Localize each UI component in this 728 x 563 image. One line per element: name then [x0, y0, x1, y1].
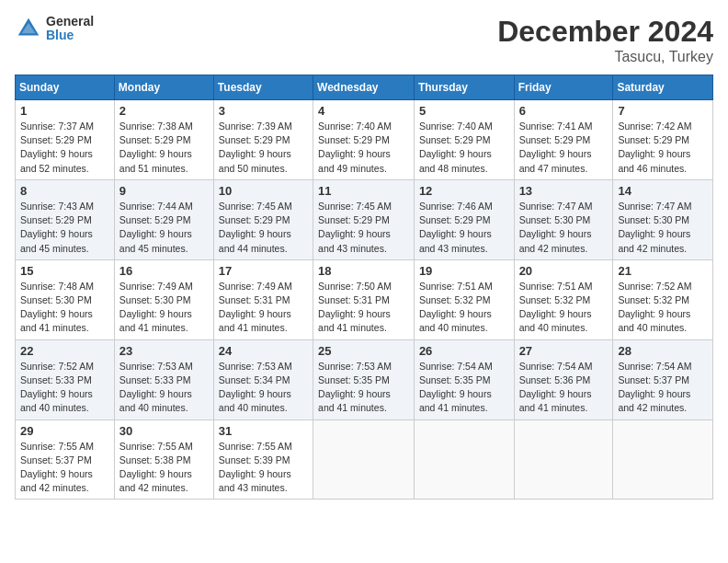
calendar-cell: 10Sunrise: 7:45 AMSunset: 5:29 PMDayligh… — [213, 179, 313, 259]
day-number: 9 — [119, 184, 209, 198]
day-number: 8 — [20, 184, 109, 198]
calendar-cell: 16Sunrise: 7:49 AMSunset: 5:30 PMDayligh… — [114, 259, 213, 339]
day-number: 11 — [318, 184, 409, 198]
day-info: Sunrise: 7:44 AMSunset: 5:29 PMDaylight:… — [119, 200, 209, 256]
day-number: 30 — [119, 424, 209, 438]
calendar-cell: 11Sunrise: 7:45 AMSunset: 5:29 PMDayligh… — [313, 179, 415, 259]
calendar-cell: 25Sunrise: 7:53 AMSunset: 5:35 PMDayligh… — [313, 339, 415, 419]
column-header-wednesday: Wednesday — [313, 75, 415, 100]
calendar-cell: 22Sunrise: 7:52 AMSunset: 5:33 PMDayligh… — [16, 339, 115, 419]
day-info: Sunrise: 7:43 AMSunset: 5:29 PMDaylight:… — [20, 200, 109, 256]
day-number: 14 — [618, 184, 708, 198]
calendar-cell: 14Sunrise: 7:47 AMSunset: 5:30 PMDayligh… — [613, 179, 713, 259]
day-info: Sunrise: 7:48 AMSunset: 5:30 PMDaylight:… — [20, 280, 109, 336]
calendar-cell: 30Sunrise: 7:55 AMSunset: 5:38 PMDayligh… — [114, 419, 213, 500]
calendar-subtitle: Tasucu, Turkey — [497, 49, 713, 65]
page-header: General Blue December 2024 Tasucu, Turke… — [15, 15, 713, 65]
day-number: 24 — [219, 344, 308, 358]
column-header-tuesday: Tuesday — [213, 75, 313, 100]
day-info: Sunrise: 7:53 AMSunset: 5:33 PMDaylight:… — [119, 360, 209, 416]
calendar-cell: 31Sunrise: 7:55 AMSunset: 5:39 PMDayligh… — [213, 419, 313, 500]
calendar-cell: 6Sunrise: 7:41 AMSunset: 5:29 PMDaylight… — [514, 100, 613, 180]
calendar-cell: 2Sunrise: 7:38 AMSunset: 5:29 PMDaylight… — [114, 100, 213, 180]
day-info: Sunrise: 7:46 AMSunset: 5:29 PMDaylight:… — [419, 200, 509, 256]
calendar-cell: 7Sunrise: 7:42 AMSunset: 5:29 PMDaylight… — [613, 100, 713, 180]
calendar-cell: 19Sunrise: 7:51 AMSunset: 5:32 PMDayligh… — [414, 259, 514, 339]
day-info: Sunrise: 7:54 AMSunset: 5:37 PMDaylight:… — [618, 360, 708, 416]
day-info: Sunrise: 7:55 AMSunset: 5:39 PMDaylight:… — [219, 440, 308, 496]
day-number: 21 — [618, 264, 708, 278]
column-header-thursday: Thursday — [414, 75, 514, 100]
day-info: Sunrise: 7:51 AMSunset: 5:32 PMDaylight:… — [519, 280, 609, 336]
calendar-cell: 27Sunrise: 7:54 AMSunset: 5:36 PMDayligh… — [514, 339, 613, 419]
calendar-title: December 2024 — [497, 15, 713, 49]
calendar-cell — [414, 419, 514, 500]
calendar-cell: 17Sunrise: 7:49 AMSunset: 5:31 PMDayligh… — [213, 259, 313, 339]
column-header-saturday: Saturday — [613, 75, 713, 100]
day-number: 6 — [519, 104, 609, 118]
day-info: Sunrise: 7:39 AMSunset: 5:29 PMDaylight:… — [219, 120, 308, 176]
day-info: Sunrise: 7:40 AMSunset: 5:29 PMDaylight:… — [318, 120, 409, 176]
calendar-week-4: 22Sunrise: 7:52 AMSunset: 5:33 PMDayligh… — [16, 339, 713, 419]
day-info: Sunrise: 7:49 AMSunset: 5:30 PMDaylight:… — [119, 280, 209, 336]
day-number: 29 — [20, 424, 109, 438]
day-number: 19 — [419, 264, 509, 278]
day-number: 12 — [419, 184, 509, 198]
day-info: Sunrise: 7:42 AMSunset: 5:29 PMDaylight:… — [618, 120, 708, 176]
day-info: Sunrise: 7:55 AMSunset: 5:37 PMDaylight:… — [20, 440, 109, 496]
day-number: 26 — [419, 344, 509, 358]
calendar-header-row: SundayMondayTuesdayWednesdayThursdayFrid… — [16, 75, 713, 100]
day-info: Sunrise: 7:45 AMSunset: 5:29 PMDaylight:… — [318, 200, 409, 256]
calendar-cell: 15Sunrise: 7:48 AMSunset: 5:30 PMDayligh… — [16, 259, 115, 339]
column-header-sunday: Sunday — [16, 75, 115, 100]
calendar-cell: 28Sunrise: 7:54 AMSunset: 5:37 PMDayligh… — [613, 339, 713, 419]
day-info: Sunrise: 7:54 AMSunset: 5:36 PMDaylight:… — [519, 360, 609, 416]
day-info: Sunrise: 7:53 AMSunset: 5:34 PMDaylight:… — [219, 360, 308, 416]
day-number: 2 — [119, 104, 209, 118]
calendar-week-2: 8Sunrise: 7:43 AMSunset: 5:29 PMDaylight… — [16, 179, 713, 259]
day-number: 4 — [318, 104, 409, 118]
calendar-cell: 21Sunrise: 7:52 AMSunset: 5:32 PMDayligh… — [613, 259, 713, 339]
day-info: Sunrise: 7:55 AMSunset: 5:38 PMDaylight:… — [119, 440, 209, 496]
day-number: 17 — [219, 264, 308, 278]
logo: General Blue — [15, 15, 94, 43]
calendar-cell: 23Sunrise: 7:53 AMSunset: 5:33 PMDayligh… — [114, 339, 213, 419]
logo-line1: General — [46, 15, 94, 29]
day-info: Sunrise: 7:47 AMSunset: 5:30 PMDaylight:… — [519, 200, 609, 256]
day-number: 27 — [519, 344, 609, 358]
day-info: Sunrise: 7:41 AMSunset: 5:29 PMDaylight:… — [519, 120, 609, 176]
logo-icon — [15, 15, 42, 42]
calendar-table: SundayMondayTuesdayWednesdayThursdayFrid… — [15, 75, 713, 500]
calendar-week-1: 1Sunrise: 7:37 AMSunset: 5:29 PMDaylight… — [16, 100, 713, 180]
title-section: December 2024 Tasucu, Turkey — [497, 15, 713, 65]
day-info: Sunrise: 7:49 AMSunset: 5:31 PMDaylight:… — [219, 280, 308, 336]
calendar-cell — [613, 419, 713, 500]
day-info: Sunrise: 7:37 AMSunset: 5:29 PMDaylight:… — [20, 120, 109, 176]
day-number: 16 — [119, 264, 209, 278]
day-info: Sunrise: 7:40 AMSunset: 5:29 PMDaylight:… — [419, 120, 509, 176]
calendar-cell: 20Sunrise: 7:51 AMSunset: 5:32 PMDayligh… — [514, 259, 613, 339]
calendar-cell: 24Sunrise: 7:53 AMSunset: 5:34 PMDayligh… — [213, 339, 313, 419]
day-number: 18 — [318, 264, 409, 278]
calendar-cell: 4Sunrise: 7:40 AMSunset: 5:29 PMDaylight… — [313, 100, 415, 180]
day-number: 10 — [219, 184, 308, 198]
calendar-cell: 26Sunrise: 7:54 AMSunset: 5:35 PMDayligh… — [414, 339, 514, 419]
calendar-cell — [313, 419, 415, 500]
calendar-week-3: 15Sunrise: 7:48 AMSunset: 5:30 PMDayligh… — [16, 259, 713, 339]
day-number: 20 — [519, 264, 609, 278]
day-info: Sunrise: 7:52 AMSunset: 5:32 PMDaylight:… — [618, 280, 708, 336]
day-number: 31 — [219, 424, 308, 438]
day-number: 1 — [20, 104, 109, 118]
day-info: Sunrise: 7:51 AMSunset: 5:32 PMDaylight:… — [419, 280, 509, 336]
day-number: 13 — [519, 184, 609, 198]
column-header-friday: Friday — [514, 75, 613, 100]
day-number: 3 — [219, 104, 308, 118]
calendar-cell: 5Sunrise: 7:40 AMSunset: 5:29 PMDaylight… — [414, 100, 514, 180]
day-number: 5 — [419, 104, 509, 118]
calendar-cell: 9Sunrise: 7:44 AMSunset: 5:29 PMDaylight… — [114, 179, 213, 259]
calendar-cell: 29Sunrise: 7:55 AMSunset: 5:37 PMDayligh… — [16, 419, 115, 500]
logo-line2: Blue — [46, 29, 94, 42]
column-header-monday: Monday — [114, 75, 213, 100]
day-info: Sunrise: 7:45 AMSunset: 5:29 PMDaylight:… — [219, 200, 308, 256]
day-number: 28 — [618, 344, 708, 358]
